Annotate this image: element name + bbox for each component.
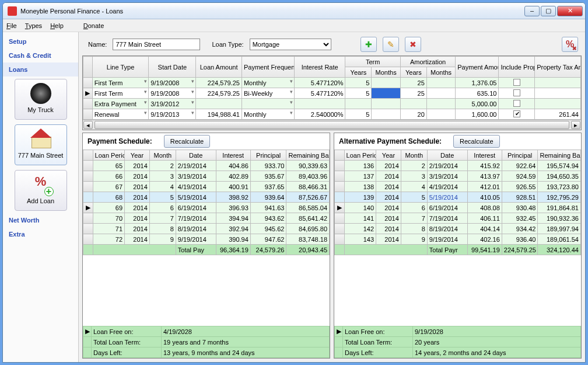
schedule-row[interactable]: 139201455/19/2014410.05928.51192,795.29 [335, 192, 581, 203]
menu-help[interactable]: Help [50, 22, 64, 29]
recalculate-button-1[interactable]: Recalculate [164, 135, 210, 148]
scroll-left-arrow[interactable]: ◂ [83, 121, 93, 129]
sidebar-link-cash-credit[interactable]: Cash & Credit [3, 48, 78, 62]
content: SetupCash & CreditLoansMy Truck777 Main … [3, 32, 585, 362]
edit-row-button[interactable]: ✎ [383, 37, 399, 52]
schedule-row[interactable]: 141201477/19/2014406.11932.45190,932.36 [335, 213, 581, 224]
name-input[interactable] [113, 39, 200, 50]
sidebar-link-setup[interactable]: Setup [3, 34, 78, 48]
tire-icon [30, 83, 51, 104]
schedule-row[interactable]: 70201477/19/2014394.94943.6285,641.42 [83, 213, 330, 224]
tile-label: My Truck [15, 106, 66, 113]
main-panel: Name: Loan Type: Mortgage ✚ ✎ ✖ % Line T… [79, 32, 585, 362]
sidebar-link-extra[interactable]: Extra [3, 227, 78, 241]
delete-row-button[interactable]: ✖ [405, 37, 421, 52]
schedule-row[interactable]: 143201499/19/2014402.16936.40189,061.54 [335, 234, 581, 245]
schedule-row[interactable]: 68201455/19/2014398.92939.6487,526.67 [83, 192, 330, 203]
menu-donate[interactable]: Donate [83, 22, 104, 29]
loan-terms-grid: Line TypeStart DateLoan AmountPayment Fr… [82, 55, 582, 130]
loan-type-select[interactable]: Mortgage [250, 39, 331, 50]
sidebar-link-net-worth[interactable]: Net Worth [3, 213, 78, 227]
percent-icon: % [30, 174, 51, 195]
loan-row[interactable]: Extra Payment3/19/20125,000.00 [83, 99, 581, 109]
sidebar-tile--main-street[interactable]: 777 Main Street [15, 124, 67, 165]
schedule-row[interactable]: 142201488/19/2014404.14934.42189,997.94 [335, 224, 581, 234]
tile-label: 777 Main Street [15, 152, 66, 159]
loan-form-row: Name: Loan Type: Mortgage ✚ ✎ ✖ % [82, 36, 582, 53]
window-title: Moneyble Personal Finance - Loans [20, 8, 524, 15]
summary-row: Total Loan Term:20 years [335, 337, 581, 347]
schedule-row[interactable]: ▶69201466/19/2014396.93941.6386,585.04 [83, 203, 330, 213]
sidebar-link-loans[interactable]: Loans [3, 62, 78, 77]
add-row-button[interactable]: ✚ [360, 37, 377, 52]
tile-label: Add Loan [15, 197, 66, 204]
horizontal-scrollbar[interactable]: ◂ ▸ [83, 120, 581, 130]
house-icon [30, 128, 51, 150]
include-tax-checkbox[interactable] [513, 89, 520, 96]
tax-button[interactable]: % [562, 37, 578, 52]
include-tax-checkbox[interactable] [513, 79, 520, 86]
sidebar-tile-my-truck[interactable]: My Truck [15, 79, 67, 120]
menubar: FileTypesHelpDonate [3, 19, 585, 32]
summary-row: Days Left:14 years, 2 months and 24 days [335, 347, 581, 358]
schedule-row[interactable]: 72201499/19/2014390.94947.6283,748.18 [83, 234, 330, 245]
schedule-total-row: Total Pay96,364.1924,579.2620,943.45 [83, 245, 330, 255]
schedule-row[interactable]: 65201422/19/2014404.86933.7090,339.63 [83, 161, 330, 171]
schedule-row[interactable]: ▶140201466/19/2014408.08930.48191,864.81 [335, 203, 581, 213]
scroll-right-arrow[interactable]: ▸ [571, 121, 580, 129]
schedules-row: Payment Schedule: Recalculate Loan Perio… [82, 133, 582, 359]
name-label: Name: [82, 41, 107, 48]
summary-row: ▶Loan Free on:4/19/2028 [83, 326, 330, 337]
maximize-button[interactable]: ▢ [541, 6, 556, 16]
menu-types[interactable]: Types [25, 22, 42, 29]
alt-payment-schedule-panel: Alternative Payment Schedule: Recalculat… [334, 133, 582, 359]
schedule-row[interactable]: 71201488/19/2014392.94945.6284,695.80 [83, 224, 330, 234]
schedule-row[interactable]: 67201444/19/2014400.91937.6588,466.31 [83, 182, 330, 192]
summary-row: Days Left:13 years, 9 months and 24 days [83, 347, 330, 358]
summary-row: Total Loan Term:19 years and 7 months [83, 337, 330, 347]
close-button[interactable]: ✕ [557, 6, 583, 16]
schedule-row[interactable]: 136201422/19/2014415.92922.64195,574.94 [335, 161, 581, 171]
minimize-button[interactable]: – [524, 6, 540, 16]
app-icon [8, 6, 17, 16]
type-label: Loan Type: [206, 41, 243, 48]
schedule-row[interactable]: 137201433/19/2014413.97924.59194,650.35 [335, 171, 581, 182]
titlebar[interactable]: Moneyble Personal Finance - Loans – ▢ ✕ [3, 3, 585, 19]
include-tax-checkbox[interactable] [513, 100, 520, 107]
schedule-row[interactable]: 66201433/19/2014402.89935.6789,403.96 [83, 171, 330, 182]
scroll-thumb[interactable] [94, 121, 569, 129]
loan-row[interactable]: Renewal9/19/2013194,988.41Monthly2.54000… [83, 109, 581, 120]
loan-row[interactable]: First Term9/19/2008224,579.25Monthly5.47… [83, 78, 581, 88]
schedule-row[interactable]: 138201444/19/2014412.01926.55193,723.80 [335, 182, 581, 192]
menu-file[interactable]: File [6, 22, 17, 29]
recalculate-button-2[interactable]: Recalculate [453, 135, 499, 148]
app-window: Moneyble Personal Finance - Loans – ▢ ✕ … [2, 2, 586, 363]
loan-row[interactable]: ▶First Term9/19/2008224,579.25Bi-Weekly5… [83, 88, 581, 99]
sidebar-tile-add-loan[interactable]: %Add Loan [15, 170, 67, 211]
schedule-total-row: Total Payr99,541.19224,579.25324,120.44 [335, 245, 581, 255]
payment-schedule-panel: Payment Schedule: Recalculate Loan Perio… [82, 133, 330, 359]
alt-schedule-title: Alternative Payment Schedule: [339, 137, 442, 145]
schedule-title: Payment Schedule: [88, 137, 152, 145]
summary-row: ▶Loan Free on:9/19/2028 [335, 326, 581, 337]
include-tax-checkbox[interactable] [513, 110, 520, 117]
sidebar: SetupCash & CreditLoansMy Truck777 Main … [3, 32, 79, 362]
